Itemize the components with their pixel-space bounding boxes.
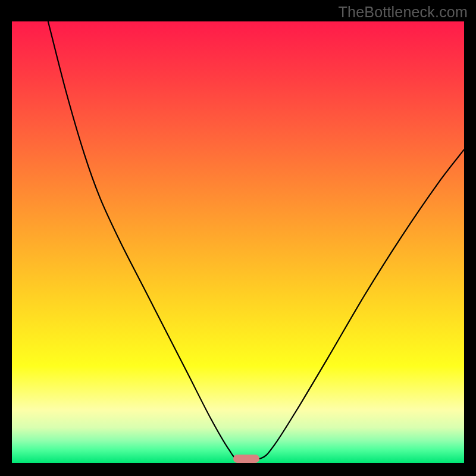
curve-layer (12, 21, 464, 463)
chart-frame: TheBottleneck.com (0, 0, 476, 476)
watermark-text: TheBottleneck.com (339, 4, 468, 21)
bottleneck-curve (48, 21, 464, 460)
plot-area (12, 21, 464, 463)
optimum-marker (233, 455, 259, 463)
